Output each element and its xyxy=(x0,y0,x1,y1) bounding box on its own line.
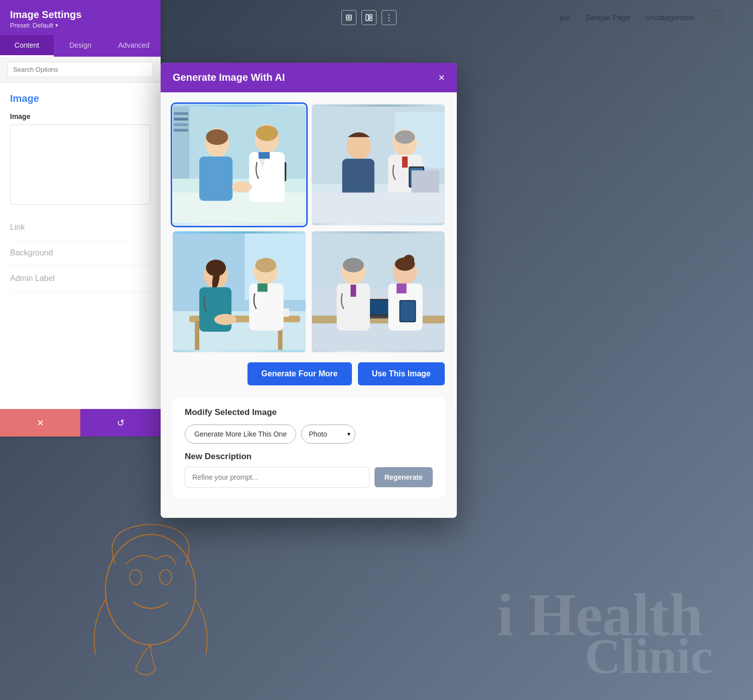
svg-point-1 xyxy=(130,570,142,585)
svg-rect-56 xyxy=(258,284,268,292)
sidebar-item-background[interactable]: Background xyxy=(10,240,151,266)
refine-prompt-input[interactable] xyxy=(185,467,369,488)
svg-rect-38 xyxy=(402,157,408,168)
svg-rect-40 xyxy=(412,170,439,192)
sidebar-search-area xyxy=(0,57,161,83)
svg-point-17 xyxy=(206,129,228,145)
svg-rect-72 xyxy=(397,284,407,294)
sidebar-header: Image Settings Preset: Default xyxy=(0,0,161,35)
svg-rect-19 xyxy=(249,152,285,202)
image-cell-3[interactable] xyxy=(173,231,306,352)
svg-point-34 xyxy=(395,130,415,144)
svg-rect-8 xyxy=(369,15,372,17)
ai-modal: Generate Image With AI × xyxy=(161,63,457,518)
cancel-button[interactable]: ✕ xyxy=(0,409,80,437)
face-illustration xyxy=(75,499,226,700)
svg-rect-58 xyxy=(312,233,445,289)
use-this-image-button[interactable]: Use This Image xyxy=(358,362,445,385)
generate-four-more-button[interactable]: Generate Four More xyxy=(247,362,352,385)
svg-rect-26 xyxy=(174,123,188,126)
svg-point-20 xyxy=(256,125,278,141)
more-options-icon[interactable]: ⋮ xyxy=(382,10,397,25)
image-placeholder[interactable] xyxy=(10,124,151,205)
svg-rect-27 xyxy=(174,129,188,132)
svg-rect-9 xyxy=(369,18,372,21)
svg-rect-51 xyxy=(199,288,231,332)
svg-point-70 xyxy=(403,254,414,265)
svg-point-21 xyxy=(232,182,252,193)
sidebar-preset[interactable]: Preset: Default xyxy=(10,22,151,29)
sidebar-panel: Image Settings Preset: Default Content D… xyxy=(0,0,161,437)
nav-item-ple[interactable]: ple xyxy=(560,13,570,22)
tab-advanced[interactable]: Advanced xyxy=(107,35,161,57)
modify-section: Modify Selected Image Generate More Like… xyxy=(173,397,445,498)
sidebar-title: Image Settings xyxy=(10,9,151,21)
modal-close-button[interactable]: × xyxy=(438,72,445,83)
svg-rect-22 xyxy=(259,152,270,159)
svg-rect-67 xyxy=(350,285,356,297)
svg-rect-24 xyxy=(174,112,188,115)
svg-point-2 xyxy=(160,570,172,585)
layout-icon[interactable] xyxy=(361,10,376,25)
image-cell-2[interactable] xyxy=(312,104,445,225)
tab-design[interactable]: Design xyxy=(54,35,107,57)
svg-rect-23 xyxy=(173,107,189,179)
svg-rect-7 xyxy=(366,15,368,21)
fullscreen-icon[interactable] xyxy=(341,10,356,25)
photo-type-select-wrapper: Photo Illustration Painting Sketch xyxy=(301,425,355,444)
svg-point-0 xyxy=(105,534,196,645)
svg-point-31 xyxy=(347,133,371,160)
modify-row: Generate More Like This One Photo Illust… xyxy=(185,425,433,444)
image-grid xyxy=(173,104,445,352)
image-cell-1[interactable] xyxy=(173,104,306,225)
svg-rect-25 xyxy=(174,118,188,121)
photo-type-select[interactable]: Photo Illustration Painting Sketch xyxy=(301,425,355,444)
header-icons: ⋮ xyxy=(341,10,397,25)
svg-rect-45 xyxy=(195,321,199,350)
svg-rect-74 xyxy=(401,301,415,321)
regenerate-button[interactable]: Regenerate xyxy=(374,467,433,487)
section-title-image: Image xyxy=(10,93,151,104)
svg-point-52 xyxy=(214,314,236,325)
bg-clinic-text: Clinic xyxy=(584,627,713,685)
top-navigation: ple Sample Page Uncategorized xyxy=(560,10,723,24)
modal-title: Generate Image With AI xyxy=(173,72,285,83)
sidebar-item-link[interactable]: Link xyxy=(10,215,151,240)
new-description-title: New Description xyxy=(185,452,433,462)
modify-title: Modify Selected Image xyxy=(185,407,433,417)
description-row: Regenerate xyxy=(185,467,433,488)
modal-body: Generate Four More Use This Image Modify… xyxy=(161,92,457,518)
reset-button[interactable]: ↺ xyxy=(80,409,161,437)
generate-more-like-this-button[interactable]: Generate More Like This One xyxy=(185,425,296,444)
svg-point-65 xyxy=(343,258,364,272)
field-label-image: Image xyxy=(10,112,151,120)
svg-point-6 xyxy=(348,17,350,19)
search-icon[interactable] xyxy=(709,10,723,24)
svg-rect-5 xyxy=(346,15,351,20)
modal-header: Generate Image With AI × xyxy=(161,63,457,92)
tab-content[interactable]: Content xyxy=(0,35,54,57)
sidebar-content: Image Image Link Background Admin Label xyxy=(0,83,161,302)
image-cell-4[interactable] xyxy=(312,231,445,352)
modal-action-buttons: Generate Four More Use This Image xyxy=(173,362,445,385)
svg-point-54 xyxy=(256,258,277,272)
svg-point-3 xyxy=(713,15,718,19)
svg-rect-39 xyxy=(312,193,445,223)
sidebar-item-admin-label[interactable]: Admin Label xyxy=(10,266,151,292)
nav-item-uncategorized[interactable]: Uncategorized xyxy=(645,13,694,22)
nav-item-sample-page[interactable]: Sample Page xyxy=(585,13,630,22)
search-input[interactable] xyxy=(8,62,153,77)
svg-rect-16 xyxy=(199,157,232,201)
sidebar-tabs: Content Design Advanced xyxy=(0,35,161,57)
svg-rect-12 xyxy=(173,193,306,223)
bottom-bar: ✕ ↺ xyxy=(0,409,161,437)
svg-line-4 xyxy=(717,19,719,21)
